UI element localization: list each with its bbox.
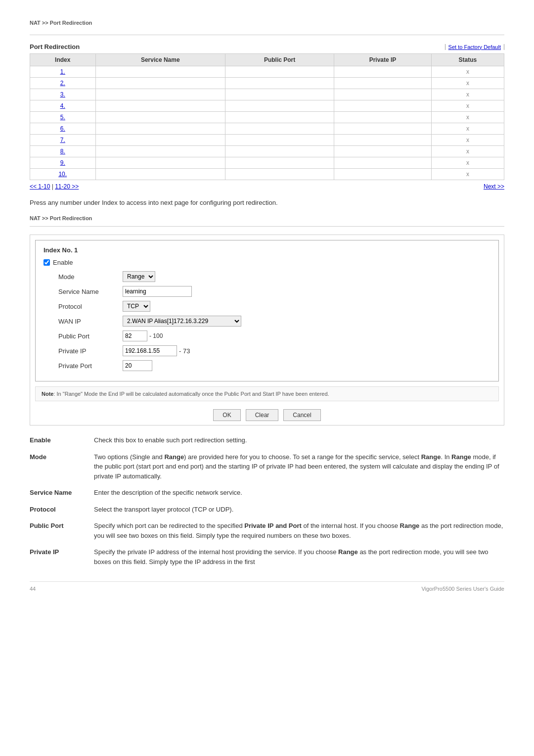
service-name-cell xyxy=(95,146,225,157)
service-name-cell xyxy=(95,89,225,100)
public-port-cell xyxy=(225,146,334,157)
help-row: Mode Two options (Single and Range) are … xyxy=(30,452,504,481)
private-ip-input[interactable] xyxy=(123,345,177,356)
index-cell[interactable]: 2. xyxy=(30,78,96,89)
help-desc: Specify which port can be redirected to … xyxy=(94,521,504,540)
table-row: 10. x xyxy=(30,169,504,180)
wan-ip-row: WAN IP 2.WAN IP Alias[1]172.16.3.229 xyxy=(44,316,490,327)
index-cell[interactable]: 10. xyxy=(30,169,96,180)
private-ip-label: Private IP xyxy=(58,347,123,355)
nav-11-20[interactable]: 11-20 >> xyxy=(55,183,79,190)
product-name: VigorPro5500 Series User's Guide xyxy=(421,586,504,592)
service-name-cell xyxy=(95,169,225,180)
private-ip-cell xyxy=(334,89,432,100)
help-row: Private IP Specify the private IP addres… xyxy=(30,547,504,567)
enable-row: Enable xyxy=(44,259,490,266)
ok-button[interactable]: OK xyxy=(213,409,240,421)
protocol-row: Protocol TCP UDP xyxy=(44,301,490,312)
index-cell[interactable]: 5. xyxy=(30,112,96,123)
help-desc: Two options (Single and Range) are provi… xyxy=(94,452,504,481)
status-cell: x xyxy=(431,89,504,100)
status-cell: x xyxy=(431,157,504,169)
index-cell[interactable]: 3. xyxy=(30,89,96,100)
form-inner: Index No. 1 Enable Mode Range Single Ser… xyxy=(35,240,499,381)
status-cell: x xyxy=(431,66,504,78)
table-nav: << 1-10 | 11-20 >> Next >> xyxy=(30,183,504,190)
col-service-name: Service Name xyxy=(95,54,225,66)
note-label: Note xyxy=(42,391,53,397)
mode-label: Mode xyxy=(58,273,123,281)
cancel-button[interactable]: Cancel xyxy=(283,409,320,421)
help-term: Mode xyxy=(30,452,94,481)
public-port-cell xyxy=(225,123,334,135)
enable-checkbox[interactable] xyxy=(44,259,50,266)
public-port-separator: - 100 xyxy=(149,332,163,339)
private-port-input[interactable] xyxy=(123,360,152,371)
public-port-row: Public Port - 100 xyxy=(44,331,490,341)
private-port-label: Private Port xyxy=(58,362,123,370)
help-desc: Specify the private IP address of the in… xyxy=(94,547,504,567)
page-number: 44 xyxy=(30,586,36,592)
table-row: 8. x xyxy=(30,146,504,157)
page-footer: 44 VigorPro5500 Series User's Guide xyxy=(30,581,504,592)
help-row: Enable Check this box to enable such por… xyxy=(30,435,504,445)
clear-button[interactable]: Clear xyxy=(246,409,279,421)
next-link[interactable]: Next >> xyxy=(484,183,504,190)
port-redirection-header: Port Redirection Set to Factory Default xyxy=(30,43,504,50)
private-ip-cell xyxy=(334,157,432,169)
public-port-cell xyxy=(225,112,334,123)
note-box: Note: In "Range" Mode the End IP will be… xyxy=(35,386,499,401)
status-cell: x xyxy=(431,100,504,112)
service-name-cell xyxy=(95,123,225,135)
mode-select[interactable]: Range Single xyxy=(123,271,155,282)
private-ip-range: - 73 xyxy=(123,345,190,356)
service-name-input[interactable] xyxy=(123,286,192,297)
public-port-cell xyxy=(225,157,334,169)
col-index: Index xyxy=(30,54,96,66)
nav-1-10[interactable]: << 1-10 xyxy=(30,183,50,190)
breadcrumb-2: NAT >> Port Redirection xyxy=(30,215,504,221)
table-row: 2. x xyxy=(30,78,504,89)
enable-label: Enable xyxy=(53,259,73,266)
public-port-range: - 100 xyxy=(123,331,163,341)
help-desc: Select the transport layer protocol (TCP… xyxy=(94,505,504,515)
private-ip-cell xyxy=(334,100,432,112)
index-cell[interactable]: 7. xyxy=(30,135,96,146)
factory-default-link[interactable]: Set to Factory Default xyxy=(445,44,504,50)
service-name-cell xyxy=(95,78,225,89)
port-redirection-title: Port Redirection xyxy=(30,43,80,50)
col-private-ip: Private IP xyxy=(334,54,432,66)
index-cell[interactable]: 1. xyxy=(30,66,96,78)
col-status: Status xyxy=(431,54,504,66)
service-name-cell xyxy=(95,100,225,112)
service-name-cell xyxy=(95,66,225,78)
public-port-start[interactable] xyxy=(123,331,147,341)
private-ip-separator: - 73 xyxy=(179,347,190,355)
index-cell[interactable]: 4. xyxy=(30,100,96,112)
private-ip-cell xyxy=(334,123,432,135)
private-ip-cell xyxy=(334,66,432,78)
public-port-cell xyxy=(225,169,334,180)
wan-ip-select[interactable]: 2.WAN IP Alias[1]172.16.3.229 xyxy=(123,316,241,327)
help-term: Private IP xyxy=(30,547,94,567)
index-cell[interactable]: 6. xyxy=(30,123,96,135)
private-port-row: Private Port xyxy=(44,360,490,371)
service-name-cell xyxy=(95,112,225,123)
status-cell: x xyxy=(431,169,504,180)
protocol-select[interactable]: TCP UDP xyxy=(123,301,150,312)
form-section: Index No. 1 Enable Mode Range Single Ser… xyxy=(30,235,504,425)
help-term: Public Port xyxy=(30,521,94,540)
service-name-row: Service Name xyxy=(44,286,490,297)
help-section: Enable Check this box to enable such por… xyxy=(30,435,504,567)
help-row: Protocol Select the transport layer prot… xyxy=(30,505,504,515)
index-cell[interactable]: 9. xyxy=(30,157,96,169)
index-cell[interactable]: 8. xyxy=(30,146,96,157)
private-ip-cell xyxy=(334,135,432,146)
service-name-label: Service Name xyxy=(58,288,123,295)
public-port-cell xyxy=(225,89,334,100)
private-ip-cell xyxy=(334,112,432,123)
table-nav-right[interactable]: Next >> xyxy=(484,183,504,190)
table-row: 9. x xyxy=(30,157,504,169)
table-row: 3. x xyxy=(30,89,504,100)
index-no: Index No. 1 xyxy=(44,246,490,254)
